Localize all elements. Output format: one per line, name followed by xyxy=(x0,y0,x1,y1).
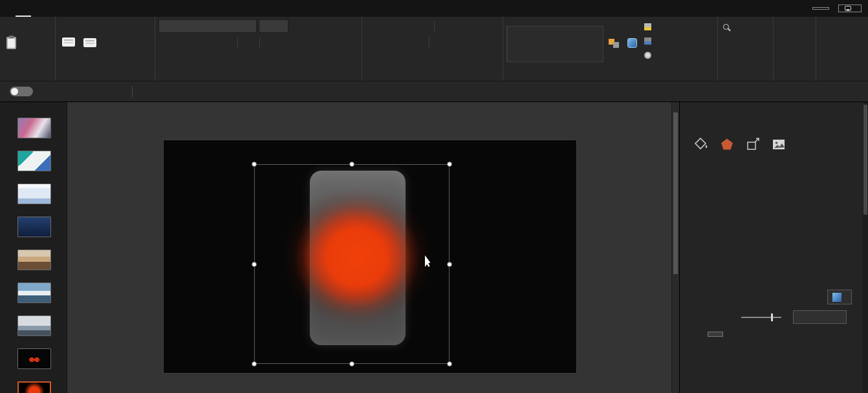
decrease-font-button[interactable] xyxy=(306,19,320,33)
quick-styles-button[interactable] xyxy=(624,19,640,69)
copy-button[interactable] xyxy=(21,35,38,47)
shape-rectangle[interactable] xyxy=(580,27,594,44)
shape-triangle[interactable] xyxy=(536,44,550,61)
section-glow[interactable] xyxy=(680,200,863,218)
slide-row-9[interactable] xyxy=(3,381,51,393)
slide-thumbnail-9-selected[interactable] xyxy=(17,381,51,393)
canvas-scrollbar-thumb[interactable] xyxy=(673,112,678,274)
section-button[interactable] xyxy=(102,49,120,61)
tab-home[interactable] xyxy=(16,0,31,17)
italic-button[interactable] xyxy=(174,36,188,49)
shape-arc[interactable] xyxy=(521,44,536,61)
shapes-gallery[interactable] xyxy=(506,26,603,62)
strikethrough-button[interactable] xyxy=(221,36,234,49)
section-artistic-effects-expanded[interactable] xyxy=(680,270,863,288)
tab-design[interactable] xyxy=(62,0,78,17)
underline-button[interactable] xyxy=(190,36,203,49)
handle-bottom-right[interactable] xyxy=(447,361,452,366)
tab-file[interactable] xyxy=(0,0,16,17)
font-color-button[interactable] xyxy=(272,36,278,48)
tab-onekey-lite[interactable] xyxy=(171,0,186,17)
shape-rect-line[interactable] xyxy=(536,27,550,44)
shape-oval[interactable] xyxy=(594,27,603,44)
shape-curve[interactable] xyxy=(565,44,579,61)
align-left-button[interactable] xyxy=(365,36,379,49)
slide-thumbnail-panel[interactable] xyxy=(0,102,67,393)
section-soft-edges[interactable] xyxy=(680,218,863,235)
comments-button[interactable] xyxy=(838,5,862,12)
tab-transitions[interactable] xyxy=(78,0,93,17)
font-name-combo[interactable] xyxy=(158,19,257,33)
tab-islide[interactable] xyxy=(31,0,47,17)
tab-slideshow[interactable] xyxy=(109,0,124,17)
tab-effects-selected[interactable] xyxy=(717,134,737,154)
radius-slider-handle[interactable] xyxy=(771,313,773,321)
slide-canvas[interactable] xyxy=(163,140,577,374)
tab-review[interactable] xyxy=(124,0,140,17)
increase-indent-button[interactable] xyxy=(417,19,431,33)
find-button[interactable] xyxy=(721,21,740,33)
radius-slider[interactable] xyxy=(741,317,781,318)
slide-thumbnail-7[interactable] xyxy=(17,315,51,336)
autosave-toggle[interactable] xyxy=(10,87,33,96)
slide-thumbnail-6[interactable] xyxy=(17,282,51,303)
handle-bottom-center[interactable] xyxy=(349,361,354,366)
section-shadow[interactable] xyxy=(680,165,863,183)
align-text-button[interactable] xyxy=(474,20,490,32)
shape-outline-button[interactable] xyxy=(642,35,658,47)
align-right-button[interactable] xyxy=(396,36,410,49)
slide-thumbnail-1[interactable] xyxy=(17,118,51,138)
numbering-button[interactable] xyxy=(384,20,400,32)
autosave-control[interactable] xyxy=(5,87,33,96)
replace-button[interactable] xyxy=(721,35,740,47)
new-slide-button[interactable] xyxy=(59,19,78,69)
slide-row-8[interactable] xyxy=(3,348,51,369)
tab-fill-line[interactable] xyxy=(691,134,711,154)
tab-view[interactable] xyxy=(140,0,155,17)
selection-box[interactable] xyxy=(254,164,450,364)
tab-animations[interactable] xyxy=(93,0,109,17)
handle-top-right[interactable] xyxy=(447,162,452,167)
text-highlight-button[interactable] xyxy=(263,36,270,48)
character-spacing-button[interactable] xyxy=(241,36,248,48)
editor-canvas[interactable] xyxy=(67,102,679,393)
slide-thumbnail-4[interactable] xyxy=(17,217,51,237)
artistic-effect-gallery-button[interactable] xyxy=(827,290,852,304)
bold-button[interactable] xyxy=(158,36,172,49)
tab-picture-format[interactable] xyxy=(186,0,202,17)
slide-row-5[interactable] xyxy=(3,250,51,270)
shape-line[interactable] xyxy=(550,27,565,44)
handle-middle-right[interactable] xyxy=(447,262,452,267)
paste-button[interactable] xyxy=(3,19,19,69)
section-reflection[interactable] xyxy=(680,183,863,200)
reset-slide-button[interactable] xyxy=(102,35,120,47)
text-shadow-button[interactable] xyxy=(205,36,219,49)
change-case-button[interactable] xyxy=(250,36,256,48)
font-size-combo[interactable] xyxy=(259,19,288,33)
increase-font-button[interactable] xyxy=(290,19,304,33)
align-center-button[interactable] xyxy=(381,36,395,49)
format-painter-button[interactable] xyxy=(21,49,38,61)
smartart-convert-button[interactable] xyxy=(451,36,467,48)
select-button[interactable] xyxy=(721,49,740,61)
design-ideas-button[interactable] xyxy=(777,19,783,69)
share-button[interactable] xyxy=(812,7,829,10)
justify-button[interactable] xyxy=(412,36,426,49)
cut-button[interactable] xyxy=(21,21,38,33)
slide-row-2[interactable] xyxy=(3,151,51,171)
text-direction-button[interactable] xyxy=(456,20,472,32)
slide-thumbnail-8[interactable] xyxy=(17,348,51,369)
line-spacing-button[interactable] xyxy=(438,20,454,32)
tab-insert[interactable] xyxy=(47,0,62,17)
shape-effects-button[interactable] xyxy=(642,49,658,61)
panel-scrollbar[interactable] xyxy=(863,102,868,393)
slide-row-3[interactable] xyxy=(3,184,51,204)
slide-row-7[interactable] xyxy=(3,315,51,336)
slide-row-4[interactable] xyxy=(3,217,51,237)
bullets-button[interactable] xyxy=(365,20,382,32)
shape-select[interactable] xyxy=(521,27,536,44)
slide-row-6[interactable] xyxy=(3,282,51,303)
shapes-gallery-scrollbar[interactable] xyxy=(507,27,521,61)
tab-help[interactable] xyxy=(155,0,171,17)
section-3d-rotation[interactable] xyxy=(680,253,863,270)
